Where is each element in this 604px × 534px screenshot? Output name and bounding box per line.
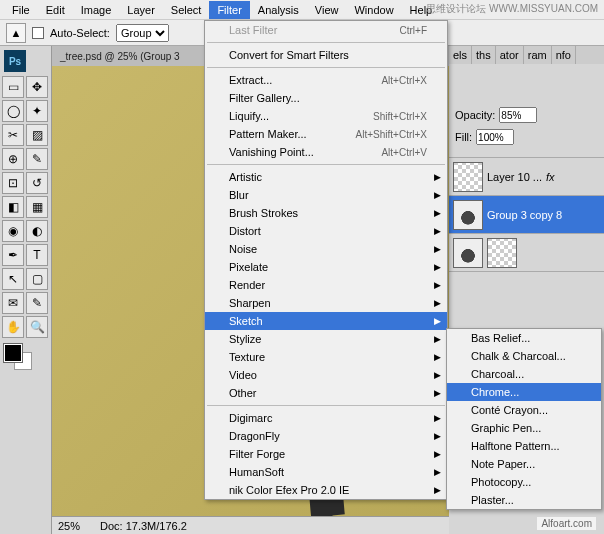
menu-texture[interactable]: Texture▶ — [205, 348, 447, 366]
foreground-color-swatch[interactable] — [4, 344, 22, 362]
type-tool[interactable]: T — [26, 244, 48, 266]
submenu-bas-relief[interactable]: Bas Relief... — [447, 329, 601, 347]
layer-row[interactable] — [449, 234, 604, 272]
layer-mask-thumbnail — [487, 238, 517, 268]
submenu-chrome[interactable]: Chrome... — [447, 383, 601, 401]
eyedropper-tool[interactable]: ✎ — [26, 292, 48, 314]
menu-sketch[interactable]: Sketch▶ — [205, 312, 447, 330]
sketch-submenu: Bas Relief... Chalk & Charcoal... Charco… — [446, 328, 602, 510]
watermark-top: 思维设计论坛 WWW.MISSYUAN.COM — [426, 2, 598, 16]
blur-tool[interactable]: ◉ — [2, 220, 24, 242]
menu-filter-forge[interactable]: Filter Forge▶ — [205, 445, 447, 463]
move-tool-icon[interactable]: ▲ — [6, 23, 26, 43]
footer-watermark: Alfoart.com — [537, 517, 596, 530]
doc-size: Doc: 17.3M/176.2 — [100, 520, 187, 532]
menu-sharpen[interactable]: Sharpen▶ — [205, 294, 447, 312]
menu-filter-gallery[interactable]: Filter Gallery... — [205, 89, 447, 107]
hand-tool[interactable]: ✋ — [2, 316, 24, 338]
panel-tabs: els ths ator ram nfo — [449, 46, 604, 64]
layer-name[interactable]: Layer 10 ... — [487, 171, 542, 183]
menu-layer[interactable]: Layer — [119, 1, 163, 19]
menu-window[interactable]: Window — [346, 1, 401, 19]
history-brush-tool[interactable]: ↺ — [26, 172, 48, 194]
menu-pixelate[interactable]: Pixelate▶ — [205, 258, 447, 276]
lasso-tool[interactable]: ◯ — [2, 100, 24, 122]
menu-liquify[interactable]: Liquify...Shift+Ctrl+X — [205, 107, 447, 125]
dodge-tool[interactable]: ◐ — [26, 220, 48, 242]
pen-tool[interactable]: ✒ — [2, 244, 24, 266]
menu-other[interactable]: Other▶ — [205, 384, 447, 402]
menu-noise[interactable]: Noise▶ — [205, 240, 447, 258]
menu-vanishing-point[interactable]: Vanishing Point...Alt+Ctrl+V — [205, 143, 447, 161]
toolbox: Ps ▭✥ ◯✦ ✂▨ ⊕✎ ⊡↺ ◧▦ ◉◐ ✒T ↖▢ ✉✎ ✋🔍 — [0, 46, 52, 534]
menu-convert-smart[interactable]: Convert for Smart Filters — [205, 46, 447, 64]
submenu-chalk-charcoal[interactable]: Chalk & Charcoal... — [447, 347, 601, 365]
layer-row-selected[interactable]: Group 3 copy 8 — [449, 196, 604, 234]
marquee-tool[interactable]: ▭ — [2, 76, 24, 98]
menu-analysis[interactable]: Analysis — [250, 1, 307, 19]
menu-humansoft[interactable]: HumanSoft▶ — [205, 463, 447, 481]
menu-artistic[interactable]: Artistic▶ — [205, 168, 447, 186]
menubar: File Edit Image Layer Select Filter Anal… — [0, 0, 604, 20]
heal-tool[interactable]: ⊕ — [2, 148, 24, 170]
menu-view[interactable]: View — [307, 1, 347, 19]
auto-select-dropdown[interactable]: Group — [116, 24, 169, 42]
submenu-halftone[interactable]: Halftone Pattern... — [447, 437, 601, 455]
submenu-note-paper[interactable]: Note Paper... — [447, 455, 601, 473]
filter-menu-dropdown: Last FilterCtrl+F Convert for Smart Filt… — [204, 20, 448, 500]
zoom-level[interactable]: 25% — [58, 520, 80, 532]
path-tool[interactable]: ↖ — [2, 268, 24, 290]
menu-stylize[interactable]: Stylize▶ — [205, 330, 447, 348]
submenu-photocopy[interactable]: Photocopy... — [447, 473, 601, 491]
slice-tool[interactable]: ▨ — [26, 124, 48, 146]
stamp-tool[interactable]: ⊡ — [2, 172, 24, 194]
auto-select-checkbox[interactable] — [32, 27, 44, 39]
menu-image[interactable]: Image — [73, 1, 120, 19]
menu-brush-strokes[interactable]: Brush Strokes▶ — [205, 204, 447, 222]
menu-select[interactable]: Select — [163, 1, 210, 19]
submenu-plaster[interactable]: Plaster... — [447, 491, 601, 509]
panel-tab[interactable]: els — [449, 46, 472, 64]
menu-last-filter: Last FilterCtrl+F — [205, 21, 447, 39]
panel-tab[interactable]: nfo — [552, 46, 576, 64]
menu-pattern-maker[interactable]: Pattern Maker...Alt+Shift+Ctrl+X — [205, 125, 447, 143]
brush-tool[interactable]: ✎ — [26, 148, 48, 170]
menu-edit[interactable]: Edit — [38, 1, 73, 19]
shape-tool[interactable]: ▢ — [26, 268, 48, 290]
notes-tool[interactable]: ✉ — [2, 292, 24, 314]
panel-tab[interactable]: ram — [524, 46, 552, 64]
layer-fx-badge[interactable]: fx — [546, 171, 555, 183]
opacity-input[interactable] — [499, 107, 537, 123]
menu-render[interactable]: Render▶ — [205, 276, 447, 294]
eraser-tool[interactable]: ◧ — [2, 196, 24, 218]
menu-nik-color-efex[interactable]: nik Color Efex Pro 2.0 IE▶ — [205, 481, 447, 499]
opacity-label: Opacity: — [455, 109, 495, 121]
layer-thumbnail — [453, 238, 483, 268]
menu-filter[interactable]: Filter — [209, 1, 249, 19]
menu-video[interactable]: Video▶ — [205, 366, 447, 384]
menu-digimarc[interactable]: Digimarc▶ — [205, 409, 447, 427]
submenu-charcoal[interactable]: Charcoal... — [447, 365, 601, 383]
auto-select-label: Auto-Select: — [50, 27, 110, 39]
zoom-tool[interactable]: 🔍 — [26, 316, 48, 338]
layer-thumbnail — [453, 200, 483, 230]
layer-name[interactable]: Group 3 copy 8 — [487, 209, 562, 221]
submenu-conte-crayon[interactable]: Conté Crayon... — [447, 401, 601, 419]
crop-tool[interactable]: ✂ — [2, 124, 24, 146]
layer-row[interactable]: Layer 10 ... fx — [449, 158, 604, 196]
layer-thumbnail — [453, 162, 483, 192]
menu-extract[interactable]: Extract...Alt+Ctrl+X — [205, 71, 447, 89]
submenu-graphic-pen[interactable]: Graphic Pen... — [447, 419, 601, 437]
menu-distort[interactable]: Distort▶ — [205, 222, 447, 240]
move-tool[interactable]: ✥ — [26, 76, 48, 98]
fill-label: Fill: — [455, 131, 472, 143]
color-swatches[interactable] — [2, 344, 49, 374]
menu-blur[interactable]: Blur▶ — [205, 186, 447, 204]
gradient-tool[interactable]: ▦ — [26, 196, 48, 218]
panel-tab[interactable]: ths — [472, 46, 496, 64]
fill-input[interactable] — [476, 129, 514, 145]
panel-tab[interactable]: ator — [496, 46, 524, 64]
menu-dragonfly[interactable]: DragonFly▶ — [205, 427, 447, 445]
menu-file[interactable]: File — [4, 1, 38, 19]
wand-tool[interactable]: ✦ — [26, 100, 48, 122]
